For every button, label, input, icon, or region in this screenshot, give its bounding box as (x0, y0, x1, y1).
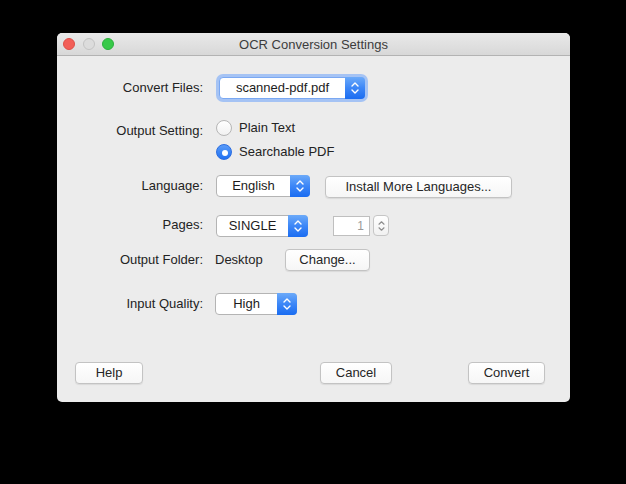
chevron-down-icon (283, 305, 291, 310)
convert-files-popup[interactable]: scanned-pdf.pdf (219, 77, 365, 99)
chevron-down-icon (378, 227, 385, 231)
output-folder-label: Output Folder: (57, 249, 203, 271)
convert-files-value: scanned-pdf.pdf (220, 78, 345, 98)
radio-searchable-pdf-label: Searchable PDF (239, 144, 334, 160)
cancel-button[interactable]: Cancel (320, 362, 392, 384)
popup-stepper-cap (345, 77, 365, 99)
convert-button[interactable]: Convert (468, 362, 545, 384)
radio-plain-text[interactable]: Plain Text (216, 120, 295, 136)
chevron-up-icon (296, 180, 304, 185)
ocr-settings-window: OCR Conversion Settings Convert Files: s… (57, 33, 570, 402)
chevron-up-icon (294, 220, 302, 225)
chevron-down-icon (294, 227, 302, 232)
popup-stepper-cap (290, 175, 310, 197)
chevron-up-icon (351, 82, 359, 87)
language-label: Language: (57, 175, 203, 197)
title-bar: OCR Conversion Settings (57, 33, 570, 56)
page-number-field[interactable]: 1 (333, 216, 370, 236)
chevron-down-icon (351, 89, 359, 94)
input-quality-popup[interactable]: High (215, 293, 297, 315)
popup-stepper-cap (288, 215, 308, 237)
page-number-stepper[interactable] (373, 215, 389, 236)
radio-searchable-pdf[interactable]: Searchable PDF (216, 144, 334, 160)
input-quality-value: High (216, 294, 277, 314)
chevron-down-icon (296, 187, 304, 192)
convert-files-label: Convert Files: (57, 77, 203, 99)
radio-unselected-icon[interactable] (216, 120, 232, 136)
radio-selected-icon[interactable] (216, 144, 232, 160)
popup-stepper-cap (277, 293, 297, 315)
output-folder-value: Desktop (215, 249, 263, 271)
pages-label: Pages: (57, 214, 203, 236)
change-folder-button[interactable]: Change... (285, 249, 370, 271)
pages-popup[interactable]: SINGLE (216, 215, 308, 237)
chevron-up-icon (378, 221, 385, 225)
radio-plain-text-label: Plain Text (239, 120, 295, 136)
chevron-up-icon (283, 298, 291, 303)
window-title: OCR Conversion Settings (57, 33, 570, 56)
input-quality-label: Input Quality: (57, 293, 203, 315)
language-popup[interactable]: English (216, 175, 310, 197)
pages-value: SINGLE (217, 216, 288, 236)
install-more-languages-button[interactable]: Install More Languages... (325, 176, 512, 198)
language-value: English (217, 176, 290, 196)
output-setting-label: Output Setting: (57, 120, 203, 142)
help-button[interactable]: Help (75, 362, 143, 384)
